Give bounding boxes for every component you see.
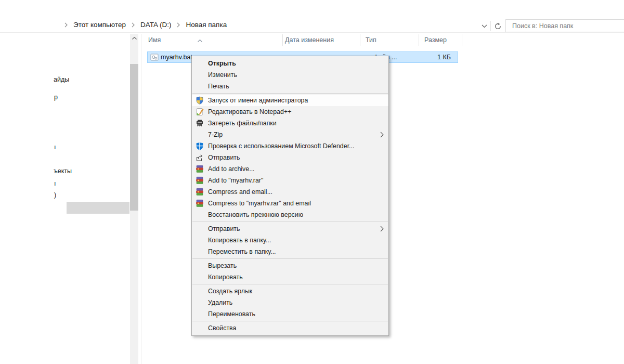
- menu-separator: [192, 258, 388, 259]
- menu-item-send-to[interactable]: Отправить: [192, 223, 388, 235]
- menu-item-7zip[interactable]: 7-Zip: [192, 129, 388, 140]
- chevron-right-icon[interactable]: [132, 22, 135, 28]
- chevron-right-icon[interactable]: [177, 22, 180, 28]
- breadcrumb-drive-d[interactable]: DATA (D:): [140, 21, 172, 29]
- menu-item-copy-to-folder[interactable]: Копировать в папку...: [192, 235, 388, 246]
- file-size: 1 КБ: [419, 54, 451, 61]
- submenu-arrow-icon: [380, 132, 384, 139]
- menu-item-cut[interactable]: Вырезать: [192, 260, 388, 271]
- menu-item-move-to-folder[interactable]: Переместить в папку...: [192, 246, 388, 257]
- column-divider[interactable]: [360, 34, 360, 46]
- menu-item-create-shortcut[interactable]: Создать ярлык: [192, 285, 388, 297]
- sidebar-fragment[interactable]: ъекты: [54, 167, 72, 175]
- sidebar-selected-item[interactable]: [67, 202, 129, 214]
- column-header-date[interactable]: Дата изменения: [285, 36, 334, 44]
- menu-separator: [192, 93, 388, 94]
- chevron-right-icon[interactable]: [64, 22, 68, 28]
- menu-item-defender-scan[interactable]: Проверка с использованием Microsoft Defe…: [192, 140, 388, 152]
- menu-item-compress-email[interactable]: Compress and email...: [192, 186, 388, 198]
- pane-divider: [141, 34, 142, 364]
- menu-item-add-to-archive[interactable]: Add to archive...: [192, 163, 388, 175]
- submenu-arrow-icon: [380, 226, 384, 233]
- refresh-icon[interactable]: [494, 22, 502, 30]
- breadcrumb-this-pc[interactable]: Этот компьютер: [73, 21, 126, 29]
- menu-item-open[interactable]: Открыть: [192, 58, 388, 69]
- explorer-window: Этот компьютер DATA (D:) Новая папка айд…: [0, 0, 624, 364]
- column-divider[interactable]: [462, 34, 462, 46]
- column-divider[interactable]: [282, 34, 283, 46]
- menu-item-edit-notepadpp[interactable]: Редактировать в Notepad++: [192, 106, 388, 118]
- address-dropdown-icon[interactable]: [482, 24, 487, 28]
- menu-item-add-to-rar[interactable]: Add to "myarhv.rar": [192, 175, 388, 186]
- notepadpp-icon: [196, 108, 204, 116]
- sidebar-fragment[interactable]: ): [54, 191, 56, 199]
- winrar-icon: [196, 188, 204, 196]
- nav-scrollbar-thumb[interactable]: [130, 64, 138, 211]
- menu-item-restore-previous[interactable]: Восстановить прежнюю версию: [192, 209, 388, 220]
- scroll-up-icon[interactable]: [130, 34, 138, 43]
- menu-item-copy[interactable]: Копировать: [192, 271, 388, 283]
- menu-item-print[interactable]: Печать: [192, 81, 388, 92]
- breadcrumb-current-folder[interactable]: Новая папка: [186, 21, 227, 29]
- winrar-icon: [196, 199, 204, 207]
- defender-shield-icon: [196, 142, 204, 150]
- column-header-size[interactable]: Размер: [424, 36, 447, 44]
- menu-item-properties[interactable]: Свойства: [192, 322, 388, 334]
- winrar-icon: [196, 165, 204, 173]
- sidebar-fragment[interactable]: ı: [54, 144, 56, 151]
- menu-item-rename[interactable]: Переименовать: [192, 308, 388, 320]
- search-box: [505, 19, 624, 32]
- uac-shield-icon: [196, 96, 204, 105]
- menu-separator: [192, 284, 388, 284]
- breadcrumb: Этот компьютер DATA (D:) Новая папка: [64, 21, 227, 29]
- menu-item-edit[interactable]: Изменить: [192, 69, 388, 81]
- menu-item-wipe-files[interactable]: Затереть файлы/папки: [192, 118, 388, 129]
- addressbar-controls: [482, 21, 502, 31]
- winrar-icon: [196, 176, 204, 185]
- bat-file-icon: [150, 53, 159, 61]
- context-menu: Открыть Изменить Печать Запуск от имени …: [191, 56, 389, 336]
- column-header-name[interactable]: Имя: [148, 36, 161, 44]
- divider: [490, 21, 491, 31]
- search-input[interactable]: [506, 20, 624, 32]
- addressbar-divider: [0, 32, 624, 33]
- menu-item-compress-rar-email[interactable]: Compress to "myarhv.rar" and email: [192, 198, 388, 209]
- menu-item-share[interactable]: Отправить: [192, 152, 388, 163]
- menu-separator: [192, 222, 388, 222]
- menu-item-run-as-admin[interactable]: Запуск от имени администратора: [192, 95, 388, 106]
- file-name: myarhv.bat: [161, 54, 192, 61]
- share-icon: [196, 153, 204, 162]
- menu-item-delete[interactable]: Удалить: [192, 297, 388, 308]
- sidebar-fragment[interactable]: айды: [54, 76, 69, 83]
- shredder-icon: [196, 119, 204, 127]
- column-header-type[interactable]: Тип: [366, 36, 376, 44]
- menu-separator: [192, 321, 388, 321]
- sidebar-fragment[interactable]: р: [54, 94, 58, 101]
- sort-ascending-icon: [198, 35, 202, 44]
- column-divider[interactable]: [419, 34, 419, 46]
- sidebar-fragment[interactable]: ı: [54, 180, 56, 187]
